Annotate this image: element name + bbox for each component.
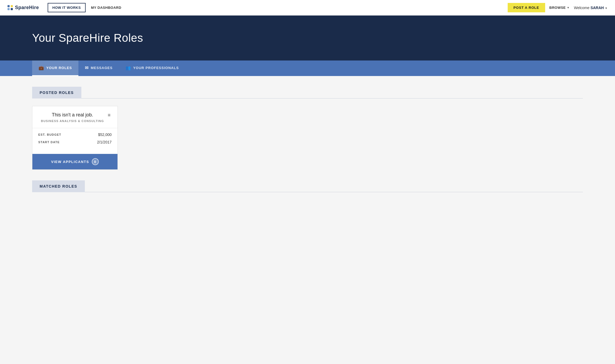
envelope-icon: ✉: [85, 65, 89, 70]
briefcase-icon: 💼: [39, 65, 44, 70]
people-icon: 👥: [126, 65, 131, 70]
welcome-name: SARAH: [590, 6, 604, 10]
card-body: EST. BUDGET $52,000 START DATE 2/1/2017: [32, 128, 117, 152]
role-card: This isn't a real job. BUSINESS ANALYSIS…: [32, 106, 118, 170]
browse-label: BROWSE: [549, 6, 566, 10]
logo[interactable]: SpareHire: [7, 5, 39, 10]
tab-your-roles[interactable]: 💼 YOUR ROLES: [32, 60, 78, 76]
welcome-chevron-icon: ▼: [605, 7, 608, 10]
card-menu-icon[interactable]: ≡: [107, 112, 112, 118]
card-title-area: This isn't a real job. BUSINESS ANALYSIS…: [38, 112, 107, 123]
logo-text: SpareHire: [15, 5, 39, 10]
matched-roles-section: MATCHED ROLES: [32, 180, 583, 192]
navbar-right: POST A ROLE BROWSE ▼ Welcome SARAH ▼: [508, 3, 608, 12]
page-title: Your SpareHire Roles: [32, 32, 583, 44]
tab-messages[interactable]: ✉ MESSAGES: [78, 60, 119, 76]
tab-bar: 💼 YOUR ROLES ✉ MESSAGES 👥 YOUR PROFESSIO…: [0, 60, 615, 76]
tab-your-roles-label: YOUR ROLES: [46, 66, 72, 70]
start-date-value: 2/1/2017: [97, 140, 112, 144]
tab-your-professionals-label: YOUR PROFESSIONALS: [133, 66, 179, 70]
my-dashboard-link[interactable]: MY DASHBOARD: [87, 3, 126, 12]
browse-chevron-icon: ▼: [567, 6, 570, 9]
posted-roles-title: POSTED ROLES: [32, 87, 81, 98]
welcome-greeting: Welcome SARAH ▼: [574, 6, 608, 10]
welcome-prefix: Welcome: [574, 6, 589, 10]
main-content: POSTED ROLES This isn't a real job. BUSI…: [0, 76, 615, 237]
logo-icon: [7, 5, 13, 10]
view-applicants-label: VIEW APPLICANTS: [51, 160, 89, 164]
browse-button[interactable]: BROWSE ▼: [549, 6, 570, 10]
est-budget-value: $52,000: [98, 132, 112, 137]
card-title: This isn't a real job.: [38, 112, 107, 118]
applicant-count-badge: 0: [92, 158, 99, 165]
matched-roles-divider: [85, 192, 583, 192]
posted-roles-header: POSTED ROLES: [32, 87, 583, 98]
start-date-field: START DATE 2/1/2017: [38, 140, 112, 144]
nav-links: HOW IT WORKS MY DASHBOARD: [48, 3, 508, 12]
matched-roles-header: MATCHED ROLES: [32, 180, 583, 192]
tab-your-professionals[interactable]: 👥 YOUR PROFESSIONALS: [119, 60, 185, 76]
matched-roles-title: MATCHED ROLES: [32, 180, 85, 192]
start-date-label: START DATE: [38, 141, 60, 144]
posted-roles-divider: [81, 98, 583, 98]
card-header: This isn't a real job. BUSINESS ANALYSIS…: [32, 106, 117, 125]
est-budget-label: EST. BUDGET: [38, 133, 61, 136]
hero-section: Your SpareHire Roles: [0, 16, 615, 60]
navbar: SpareHire HOW IT WORKS MY DASHBOARD POST…: [0, 0, 615, 16]
post-role-button[interactable]: POST A ROLE: [508, 3, 545, 12]
how-it-works-link[interactable]: HOW IT WORKS: [48, 3, 86, 12]
est-budget-field: EST. BUDGET $52,000: [38, 132, 112, 137]
tab-messages-label: MESSAGES: [91, 66, 113, 70]
view-applicants-button[interactable]: VIEW APPLICANTS 0: [32, 154, 117, 169]
card-subtitle: BUSINESS ANALYSIS & CONSULTING: [38, 119, 107, 123]
applicant-count: 0: [94, 160, 97, 164]
